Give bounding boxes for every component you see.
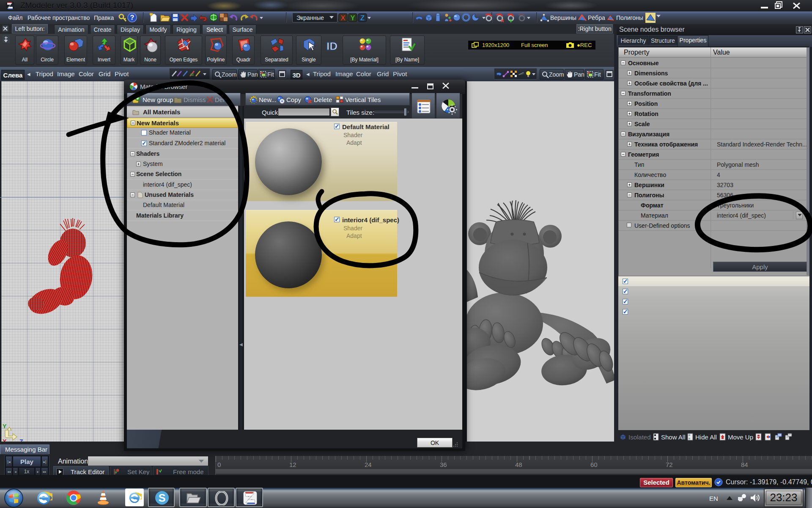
svg-text:S: S [159,492,166,504]
svg-text:ID: ID [326,40,337,52]
svg-text:?: ? [130,14,134,21]
svg-text:Y: Y [3,423,7,430]
svg-text:Y: Y [350,14,355,22]
svg-text:X: X [340,14,346,22]
svg-text:Z: Z [360,14,365,22]
